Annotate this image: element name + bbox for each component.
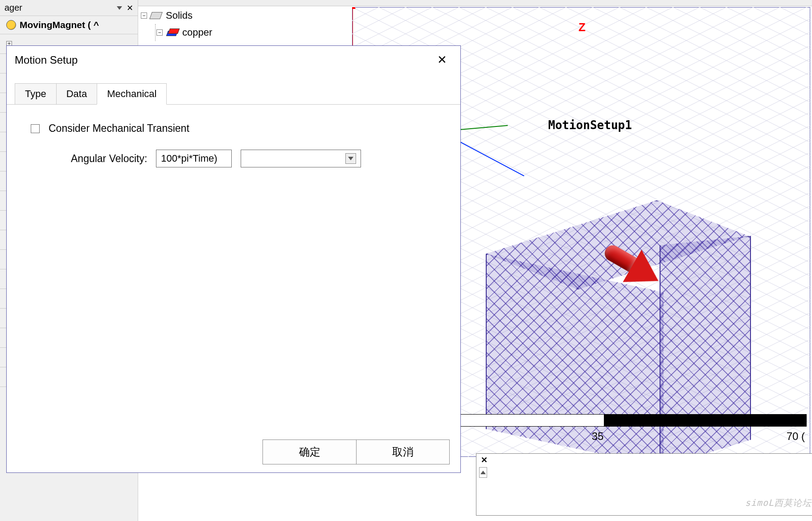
panel-collapse-icon[interactable] bbox=[117, 6, 122, 10]
tree-node-copper-label: copper bbox=[182, 27, 212, 38]
chevron-up-icon bbox=[480, 471, 486, 474]
scale-tick-2: 70 ( bbox=[787, 430, 805, 443]
material-icon bbox=[166, 28, 178, 37]
tree-node-solids-label: Solids bbox=[166, 10, 193, 21]
collapse-icon[interactable]: − bbox=[141, 12, 147, 19]
design-icon bbox=[6, 20, 16, 30]
axis-z-label: Z bbox=[578, 20, 586, 34]
watermark: simoL西莫论坛 bbox=[745, 497, 812, 509]
chevron-down-icon[interactable] bbox=[345, 153, 356, 164]
project-manager-title[interactable]: ager ✕ bbox=[0, 0, 138, 16]
scale-tick-1: 35 bbox=[592, 430, 604, 443]
tree-connector bbox=[155, 24, 156, 41]
scale-bar: 0 35 70 ( bbox=[401, 414, 807, 443]
tree-node-copper[interactable]: − copper bbox=[141, 24, 341, 41]
message-panel: ✕ simoL西莫论坛 bbox=[476, 453, 812, 516]
panel-close-icon[interactable]: ✕ bbox=[127, 3, 133, 13]
angular-velocity-unit-dropdown[interactable] bbox=[241, 150, 361, 167]
tree-node-solids[interactable]: − Solids bbox=[141, 7, 341, 24]
tab-type[interactable]: Type bbox=[15, 83, 57, 105]
message-panel-scroll-up[interactable] bbox=[479, 467, 487, 478]
tab-data[interactable]: Data bbox=[56, 83, 97, 105]
dialog-titlebar[interactable]: Motion Setup ✕ bbox=[7, 46, 460, 74]
dialog-tabs: Type Data Mechanical bbox=[7, 83, 460, 104]
dialog-title: Motion Setup bbox=[15, 54, 78, 66]
motion-setup-dialog: Motion Setup ✕ Type Data Mechanical Cons… bbox=[6, 45, 461, 473]
project-item-movingmagnet[interactable]: MovingMagnet ( ^ bbox=[0, 16, 138, 34]
tab-mechanical[interactable]: Mechanical bbox=[97, 83, 167, 105]
angular-velocity-row: Angular Velocity: bbox=[71, 150, 441, 167]
angular-velocity-label: Angular Velocity: bbox=[71, 153, 147, 165]
motion-direction-arrow bbox=[603, 237, 657, 290]
dialog-button-row: 确定 取消 bbox=[262, 440, 450, 464]
message-panel-close-icon[interactable]: ✕ bbox=[480, 456, 488, 464]
project-item-label: MovingMagnet ( ^ bbox=[20, 20, 99, 30]
consider-mech-transient-checkbox[interactable] bbox=[31, 124, 40, 133]
ok-button[interactable]: 确定 bbox=[262, 440, 356, 464]
dialog-close-icon[interactable]: ✕ bbox=[432, 51, 452, 69]
collapse-icon[interactable]: − bbox=[156, 29, 163, 36]
cancel-button[interactable]: 取消 bbox=[356, 440, 450, 464]
model-tree: − Solids − copper bbox=[141, 7, 341, 49]
motion-setup-label: MotionSetup1 bbox=[548, 118, 632, 132]
consider-mech-transient-row: Consider Mechanical Transient bbox=[31, 122, 441, 134]
solids-icon bbox=[149, 12, 163, 19]
scale-seg-1 bbox=[604, 415, 806, 426]
tab-body-mechanical: Consider Mechanical Transient Angular Ve… bbox=[7, 104, 460, 425]
angular-velocity-input[interactable] bbox=[156, 150, 232, 167]
project-manager-title-text: ager bbox=[4, 3, 22, 13]
consider-mech-transient-label: Consider Mechanical Transient bbox=[49, 122, 189, 134]
